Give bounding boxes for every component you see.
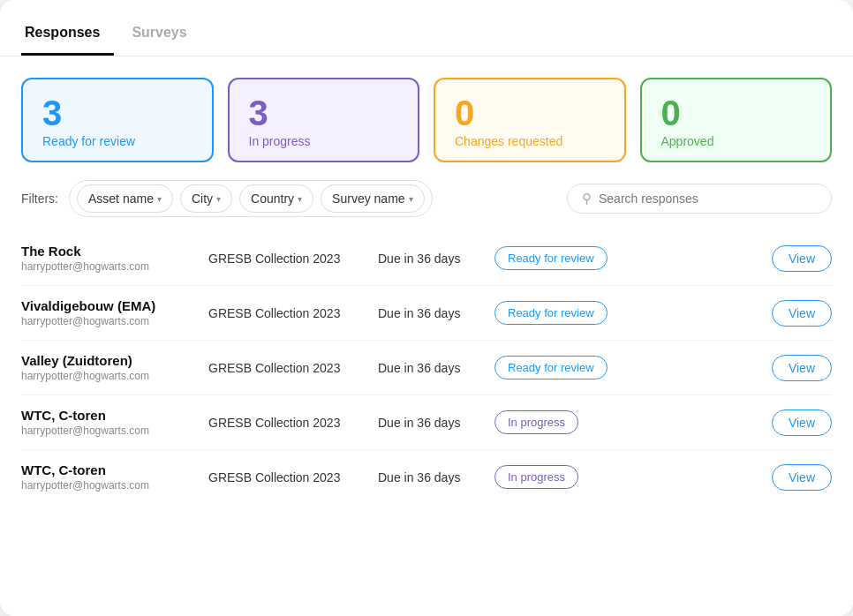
filters-label: Filters: bbox=[21, 192, 58, 206]
survey-name: GRESB Collection 2023 bbox=[208, 361, 367, 375]
stats-row: 3 Ready for review 3 In progress 0 Chang… bbox=[0, 56, 853, 180]
asset-name: Vivaldigebouw (EMA) bbox=[21, 298, 198, 313]
col-survey: GRESB Collection 2023 bbox=[208, 470, 367, 485]
view-button[interactable]: View bbox=[772, 355, 832, 381]
col-due: Due in 36 days bbox=[378, 470, 484, 485]
due-date: Due in 36 days bbox=[378, 416, 484, 430]
table-row: WTC, C-toren harrypotter@hogwarts.com GR… bbox=[21, 395, 832, 450]
filter-asset-name[interactable]: Asset name ▾ bbox=[77, 184, 173, 213]
filters-group: Asset name ▾ City ▾ Country ▾ Survey nam… bbox=[69, 180, 433, 217]
stat-card-approved[interactable]: 0 Approved bbox=[640, 78, 833, 162]
filter-country[interactable]: Country ▾ bbox=[239, 184, 313, 213]
status-badge: Ready for review bbox=[494, 301, 608, 325]
filter-survey-name-label: Survey name bbox=[332, 192, 404, 206]
chevron-down-icon: ▾ bbox=[409, 194, 413, 204]
col-action: View bbox=[761, 355, 832, 381]
chevron-down-icon: ▾ bbox=[216, 194, 221, 204]
col-due: Due in 36 days bbox=[378, 416, 484, 430]
survey-name: GRESB Collection 2023 bbox=[208, 306, 367, 320]
filter-country-label: Country bbox=[251, 192, 294, 206]
search-box: ⚲ bbox=[567, 184, 832, 214]
col-due: Due in 36 days bbox=[378, 361, 484, 375]
view-button[interactable]: View bbox=[772, 300, 832, 327]
survey-name: GRESB Collection 2023 bbox=[208, 470, 367, 485]
filter-city[interactable]: City ▾ bbox=[180, 184, 232, 213]
col-survey: GRESB Collection 2023 bbox=[208, 416, 367, 430]
status-badge: In progress bbox=[494, 410, 578, 434]
col-status: In progress bbox=[494, 465, 627, 489]
due-date: Due in 36 days bbox=[378, 470, 484, 485]
col-survey: GRESB Collection 2023 bbox=[208, 252, 367, 266]
app-container: Responses Surveys 3 Ready for review 3 I… bbox=[0, 0, 853, 616]
col-status: Ready for review bbox=[494, 301, 627, 325]
stat-card-inprogress[interactable]: 3 In progress bbox=[228, 78, 420, 162]
stat-number-inprogress: 3 bbox=[249, 95, 399, 131]
stat-label-inprogress: In progress bbox=[249, 134, 399, 148]
search-icon: ⚲ bbox=[582, 191, 592, 207]
stat-card-changes[interactable]: 0 Changes requested bbox=[434, 78, 626, 162]
col-asset: WTC, C-toren harrypotter@hogwarts.com bbox=[21, 462, 198, 492]
filters-row: Filters: Asset name ▾ City ▾ Country ▾ S… bbox=[0, 180, 853, 231]
asset-name: Valley (Zuidtoren) bbox=[21, 353, 198, 368]
chevron-down-icon: ▾ bbox=[157, 194, 162, 204]
table-row: Valley (Zuidtoren) harrypotter@hogwarts.… bbox=[21, 341, 832, 395]
asset-email: harrypotter@hogwarts.com bbox=[21, 315, 198, 327]
tabs-bar: Responses Surveys bbox=[0, 0, 853, 56]
asset-name: WTC, C-toren bbox=[21, 408, 198, 423]
due-date: Due in 36 days bbox=[378, 361, 484, 375]
table-row: Vivaldigebouw (EMA) harrypotter@hogwarts… bbox=[21, 286, 832, 341]
col-survey: GRESB Collection 2023 bbox=[208, 361, 367, 375]
col-action: View bbox=[761, 409, 832, 436]
col-asset: Valley (Zuidtoren) harrypotter@hogwarts.… bbox=[21, 353, 198, 382]
status-badge: Ready for review bbox=[494, 356, 608, 379]
response-list: The Rock harrypotter@hogwarts.com GRESB … bbox=[0, 231, 853, 616]
col-due: Due in 36 days bbox=[378, 252, 484, 266]
view-button[interactable]: View bbox=[772, 409, 832, 436]
table-row: WTC, C-toren harrypotter@hogwarts.com GR… bbox=[21, 450, 832, 504]
col-asset: Vivaldigebouw (EMA) harrypotter@hogwarts… bbox=[21, 298, 198, 327]
col-action: View bbox=[761, 464, 832, 491]
status-badge: In progress bbox=[494, 465, 578, 489]
due-date: Due in 36 days bbox=[378, 306, 484, 320]
stat-card-ready[interactable]: 3 Ready for review bbox=[21, 78, 214, 162]
search-input[interactable] bbox=[599, 192, 817, 206]
asset-name: WTC, C-toren bbox=[21, 462, 198, 477]
filter-city-label: City bbox=[192, 192, 213, 206]
filter-survey-name[interactable]: Survey name ▾ bbox=[321, 184, 424, 213]
survey-name: GRESB Collection 2023 bbox=[208, 416, 367, 430]
col-status: Ready for review bbox=[494, 246, 627, 270]
col-action: View bbox=[761, 300, 832, 327]
tab-responses[interactable]: Responses bbox=[21, 18, 114, 56]
filter-asset-name-label: Asset name bbox=[88, 192, 154, 206]
asset-email: harrypotter@hogwarts.com bbox=[21, 424, 198, 437]
col-due: Due in 36 days bbox=[378, 306, 484, 320]
stat-number-changes: 0 bbox=[455, 95, 605, 131]
col-asset: WTC, C-toren harrypotter@hogwarts.com bbox=[21, 408, 198, 437]
asset-email: harrypotter@hogwarts.com bbox=[21, 260, 198, 273]
status-badge: Ready for review bbox=[494, 246, 608, 270]
table-row: The Rock harrypotter@hogwarts.com GRESB … bbox=[21, 231, 832, 286]
chevron-down-icon: ▾ bbox=[298, 194, 302, 204]
stat-label-changes: Changes requested bbox=[455, 134, 605, 148]
stat-label-ready: Ready for review bbox=[42, 134, 192, 148]
col-status: Ready for review bbox=[494, 356, 627, 379]
view-button[interactable]: View bbox=[772, 245, 832, 272]
survey-name: GRESB Collection 2023 bbox=[208, 252, 367, 266]
col-action: View bbox=[761, 245, 832, 272]
col-status: In progress bbox=[494, 410, 627, 434]
view-button[interactable]: View bbox=[772, 464, 832, 491]
asset-name: The Rock bbox=[21, 244, 198, 259]
asset-email: harrypotter@hogwarts.com bbox=[21, 370, 198, 382]
col-asset: The Rock harrypotter@hogwarts.com bbox=[21, 244, 198, 273]
due-date: Due in 36 days bbox=[378, 252, 484, 266]
tab-surveys[interactable]: Surveys bbox=[128, 18, 200, 56]
col-survey: GRESB Collection 2023 bbox=[208, 306, 367, 320]
stat-number-ready: 3 bbox=[42, 95, 192, 131]
stat-number-approved: 0 bbox=[661, 95, 811, 131]
asset-email: harrypotter@hogwarts.com bbox=[21, 479, 198, 492]
stat-label-approved: Approved bbox=[661, 134, 811, 148]
